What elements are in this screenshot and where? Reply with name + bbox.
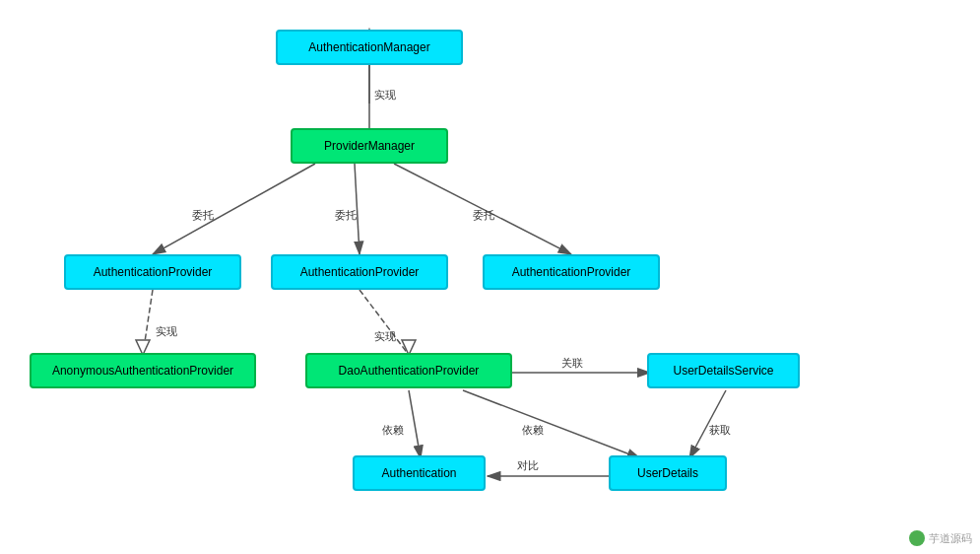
label-delegate3: 委托: [473, 209, 494, 221]
label-realize-anon: 实现: [156, 325, 177, 337]
label-realize1: 实现: [374, 89, 396, 101]
label-associate: 关联: [561, 357, 583, 369]
svg-line-3: [153, 164, 315, 254]
node-dao-provider: DaoAuthenticationProvider: [305, 353, 512, 388]
watermark-icon: [909, 530, 925, 546]
node-user-details-service: UserDetailsService: [647, 353, 800, 388]
svg-line-8: [359, 290, 409, 355]
label-compare: 对比: [517, 459, 539, 471]
node-authentication: Authentication: [353, 455, 486, 491]
watermark: 芋道源码: [909, 530, 972, 546]
label-obtain: 获取: [709, 424, 731, 436]
watermark-text: 芋道源码: [929, 531, 972, 546]
node-auth-provider-3: AuthenticationProvider: [483, 254, 660, 290]
node-authentication-manager: AuthenticationManager: [276, 30, 463, 65]
svg-line-11: [409, 390, 421, 458]
node-user-details: UserDetails: [609, 455, 727, 491]
label-delegate1: 委托: [192, 209, 214, 221]
diagram-container: 实现 委托 委托 委托 实现 实现 关联 依赖 依赖 获取 对比: [0, 0, 980, 554]
label-delegate2: 委托: [335, 209, 357, 221]
node-provider-manager: ProviderManager: [291, 128, 448, 164]
label-depend2: 依赖: [522, 424, 544, 436]
node-auth-provider-1: AuthenticationProvider: [64, 254, 241, 290]
node-anonymous-provider: AnonymousAuthenticationProvider: [30, 353, 256, 388]
label-realize2: 实现: [374, 330, 396, 342]
label-depend1: 依赖: [382, 424, 404, 436]
svg-line-12: [463, 390, 640, 458]
node-auth-provider-2: AuthenticationProvider: [271, 254, 448, 290]
